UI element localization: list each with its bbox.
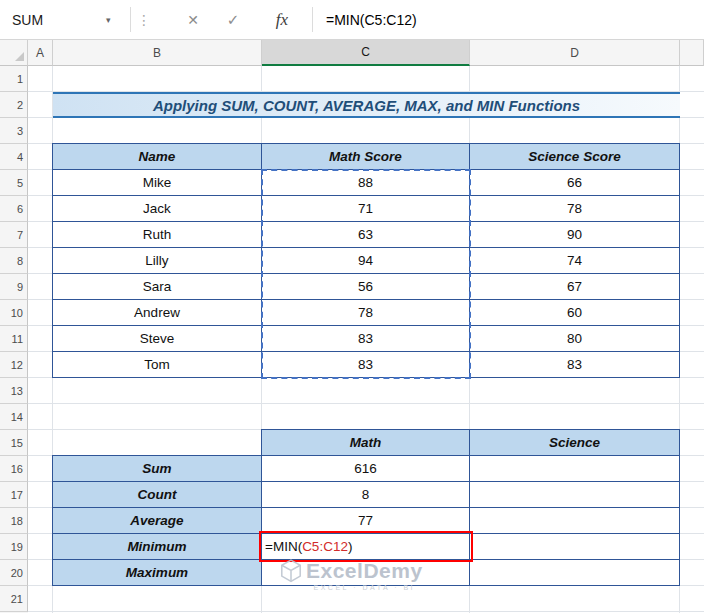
row-label-cell[interactable]: Count [53, 482, 262, 508]
table-cell[interactable] [470, 560, 680, 586]
formula-range-reference: C5:C12 [302, 539, 348, 554]
table-cell[interactable] [470, 508, 680, 534]
table-cell[interactable] [262, 560, 470, 586]
row-header-12[interactable]: 12 [0, 352, 28, 378]
row-header-17[interactable]: 17 [0, 482, 28, 508]
row-header-13[interactable]: 13 [0, 378, 28, 404]
column-header-a[interactable]: A [28, 40, 53, 66]
row-header-18[interactable]: 18 [0, 508, 28, 534]
row-label-cell[interactable]: Average [53, 508, 262, 534]
table-cell[interactable]: 77 [262, 508, 470, 534]
summary-table: Sum 616 Count 8 Average 77 Minimum =MIN(… [52, 455, 680, 586]
row-header-15[interactable]: 15 [0, 430, 28, 456]
enter-icon[interactable]: ✓ [216, 0, 250, 39]
select-all-corner[interactable] [0, 40, 28, 66]
row-header-5[interactable]: 5 [0, 170, 28, 196]
table-cell[interactable]: 74 [470, 248, 680, 274]
row-header-4[interactable]: 4 [0, 144, 28, 170]
sheet-cells: Applying SUM, COUNT, AVERAGE, MAX, and M… [28, 66, 704, 613]
row-header-3[interactable]: 3 [0, 118, 28, 144]
table-cell[interactable]: Mike [53, 170, 262, 196]
column-header-c[interactable]: C [262, 40, 470, 66]
table-cell[interactable]: Jack [53, 196, 262, 222]
row-label-cell[interactable]: Sum [53, 456, 262, 482]
column-header-b[interactable]: B [53, 40, 262, 66]
column-header-e[interactable] [680, 40, 704, 66]
excel-window: SUM ▾ ⋮ ✕ ✓ fx =MIN(C5:C12) A B C D 1 2 … [0, 0, 704, 613]
row-header-21[interactable]: 21 [0, 586, 28, 612]
formula-prefix: =MIN( [265, 539, 302, 554]
table-cell[interactable]: 71 [262, 196, 470, 222]
row-header-11[interactable]: 11 [0, 326, 28, 352]
table-cell[interactable]: 78 [262, 300, 470, 326]
table-cell[interactable]: 8 [262, 482, 470, 508]
sheet-title-cell[interactable]: Applying SUM, COUNT, AVERAGE, MAX, and M… [53, 92, 680, 118]
table-cell[interactable]: Sara [53, 274, 262, 300]
table-cell[interactable]: 80 [470, 326, 680, 352]
row-label-cell[interactable]: Maximum [53, 560, 262, 586]
table-header-cell[interactable]: Math Score [262, 144, 470, 170]
summary-table-header: Math Science [261, 429, 680, 456]
formula-bar: SUM ▾ ⋮ ✕ ✓ fx =MIN(C5:C12) [0, 0, 704, 40]
row-label-cell[interactable]: Minimum [53, 534, 262, 560]
scores-table: Name Math Score Science Score Mike 88 66… [52, 143, 680, 378]
table-cell[interactable]: 83 [470, 352, 680, 378]
table-cell[interactable]: 616 [262, 456, 470, 482]
row-header-14[interactable]: 14 [0, 404, 28, 430]
table-header-cell[interactable]: Name [53, 144, 262, 170]
name-box-value: SUM [12, 12, 43, 28]
table-cell[interactable]: Steve [53, 326, 262, 352]
row-header-9[interactable]: 9 [0, 274, 28, 300]
table-header-cell[interactable]: Science [470, 430, 680, 456]
table-header-cell[interactable]: Science Score [470, 144, 680, 170]
table-cell[interactable]: 78 [470, 196, 680, 222]
table-cell[interactable]: Andrew [53, 300, 262, 326]
row-header-7[interactable]: 7 [0, 222, 28, 248]
table-cell[interactable]: 90 [470, 222, 680, 248]
cancel-icon[interactable]: ✕ [176, 0, 210, 39]
row-headers: 1 2 3 4 5 6 7 8 9 10 11 12 13 14 15 16 1… [0, 66, 28, 613]
table-cell[interactable]: 56 [262, 274, 470, 300]
row-header-6[interactable]: 6 [0, 196, 28, 222]
row-header-16[interactable]: 16 [0, 456, 28, 482]
insert-function-icon[interactable]: fx [262, 0, 302, 39]
table-cell[interactable] [470, 482, 680, 508]
row-header-19[interactable]: 19 [0, 534, 28, 560]
table-cell[interactable]: 66 [470, 170, 680, 196]
divider [312, 7, 313, 32]
column-headers: A B C D [0, 40, 704, 66]
table-cell[interactable]: Tom [53, 352, 262, 378]
row-header-20[interactable]: 20 [0, 560, 28, 586]
column-header-d[interactable]: D [470, 40, 680, 66]
table-cell[interactable]: 67 [470, 274, 680, 300]
row-header-1[interactable]: 1 [0, 66, 28, 92]
table-cell[interactable]: Lilly [53, 248, 262, 274]
divider [130, 7, 131, 32]
table-cell[interactable]: 83 [262, 352, 470, 378]
row-header-10[interactable]: 10 [0, 300, 28, 326]
formula-input[interactable]: =MIN(C5:C12) [326, 0, 417, 39]
table-cell[interactable]: 63 [262, 222, 470, 248]
row-header-8[interactable]: 8 [0, 248, 28, 274]
table-cell[interactable]: 94 [262, 248, 470, 274]
formula-suffix: ) [348, 539, 353, 554]
table-header-cell[interactable]: Math [262, 430, 470, 456]
table-cell[interactable] [470, 456, 680, 482]
table-cell[interactable]: 83 [262, 326, 470, 352]
table-cell[interactable]: 60 [470, 300, 680, 326]
table-cell[interactable]: 88 [262, 170, 470, 196]
name-box-dropdown-icon[interactable]: ▾ [106, 0, 111, 39]
formula-bar-drag-handle-icon[interactable]: ⋮ [137, 0, 151, 39]
table-cell[interactable]: Ruth [53, 222, 262, 248]
table-cell[interactable] [470, 534, 680, 560]
select-all-triangle-icon [15, 52, 24, 61]
active-formula-cell[interactable]: =MIN(C5:C12) [262, 534, 470, 560]
row-header-2[interactable]: 2 [0, 92, 28, 118]
